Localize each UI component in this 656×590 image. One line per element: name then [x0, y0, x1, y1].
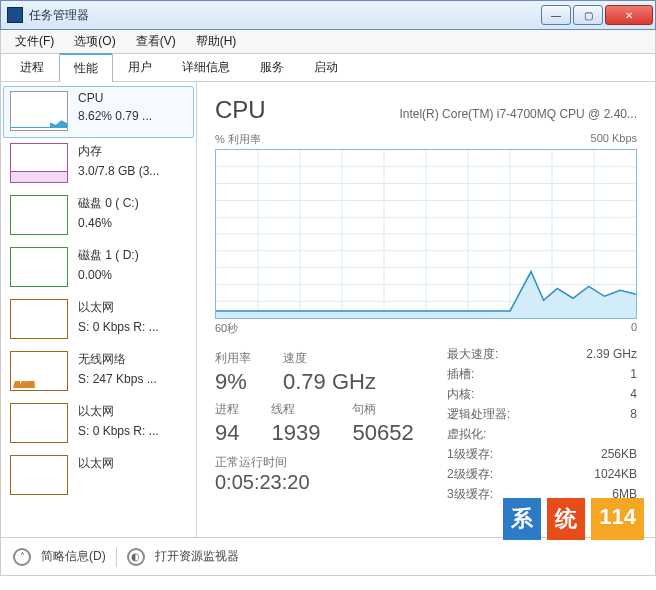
sidebar-eth2-name: 以太网 [78, 403, 159, 420]
sidebar-eth2-val: S: 0 Kbps R: ... [78, 424, 159, 438]
close-button[interactable]: ✕ [605, 5, 653, 25]
proc-value: 94 [215, 420, 239, 446]
sidebar-wifi-val: S: 247 Kbps ... [78, 372, 157, 386]
max-speed-key: 最大速度: [447, 344, 498, 364]
tab-row: 进程 性能 用户 详细信息 服务 启动 [0, 54, 656, 82]
util-label: 利用率 [215, 350, 251, 367]
menu-options[interactable]: 选项(O) [64, 30, 125, 53]
max-speed-val: 2.39 GHz [586, 344, 637, 364]
wifi-thumb-icon [10, 351, 68, 391]
sidebar-item-ethernet-3[interactable]: 以太网 [3, 450, 194, 502]
lproc-key: 逻辑处理器: [447, 404, 510, 424]
sidebar-item-cpu[interactable]: CPU8.62% 0.79 ... [3, 86, 194, 138]
sidebar-diskc-val: 0.46% [78, 216, 139, 230]
network-thumb-icon [10, 299, 68, 339]
detail-pane: CPU Intel(R) Core(TM) i7-4700MQ CPU @ 2.… [197, 82, 655, 537]
fewer-details-link[interactable]: 简略信息(D) [41, 548, 106, 565]
chart-top-right-label: 500 Kbps [591, 132, 637, 147]
speed-value: 0.79 GHz [283, 369, 376, 395]
l2-key: 2级缓存: [447, 464, 493, 484]
thread-label: 线程 [271, 401, 320, 418]
minimize-button[interactable]: — [541, 5, 571, 25]
sidebar-diskc-name: 磁盘 0 ( C:) [78, 195, 139, 212]
util-value: 9% [215, 369, 251, 395]
disk-thumb-icon [10, 247, 68, 287]
maximize-button[interactable]: ▢ [573, 5, 603, 25]
sidebar-eth3-name: 以太网 [78, 455, 114, 472]
sidebar-diskd-name: 磁盘 1 ( D:) [78, 247, 139, 264]
sidebar-item-ethernet-1[interactable]: 以太网S: 0 Kbps R: ... [3, 294, 194, 346]
open-resmon-link[interactable]: 打开资源监视器 [155, 548, 239, 565]
virt-key: 虚拟化: [447, 424, 486, 444]
uptime-value: 0:05:23:20 [215, 471, 429, 494]
separator [116, 547, 117, 567]
watermark-c: 114 [591, 498, 644, 540]
tab-services[interactable]: 服务 [245, 53, 299, 81]
cores-key: 内核: [447, 384, 474, 404]
sidebar-item-memory[interactable]: 内存3.0/7.8 GB (3... [3, 138, 194, 190]
footer: ˄ 简略信息(D) ◐ 打开资源监视器 [0, 538, 656, 576]
app-icon [7, 7, 23, 23]
sidebar-mem-val: 3.0/7.8 GB (3... [78, 164, 159, 178]
handle-value: 50652 [352, 420, 413, 446]
sockets-val: 1 [630, 364, 637, 384]
l2-val: 1024KB [594, 464, 637, 484]
proc-label: 进程 [215, 401, 239, 418]
tab-details[interactable]: 详细信息 [167, 53, 245, 81]
uptime-label: 正常运行时间 [215, 454, 429, 471]
cpu-utilization-chart [215, 149, 637, 319]
menubar: 文件(F) 选项(O) 查看(V) 帮助(H) [0, 30, 656, 54]
sidebar-item-disk-c[interactable]: 磁盘 0 ( C:)0.46% [3, 190, 194, 242]
performance-sidebar: CPU8.62% 0.79 ... 内存3.0/7.8 GB (3... 磁盘 … [1, 82, 197, 537]
memory-thumb-icon [10, 143, 68, 183]
titlebar: 任务管理器 — ▢ ✕ [0, 0, 656, 30]
lproc-val: 8 [630, 404, 637, 424]
tab-users[interactable]: 用户 [113, 53, 167, 81]
cores-val: 4 [630, 384, 637, 404]
chart-top-left-label: % 利用率 [215, 132, 261, 147]
watermark-a: 系 [503, 498, 541, 540]
thread-value: 1939 [271, 420, 320, 446]
network-thumb-icon [10, 455, 68, 495]
detail-subtitle: Intel(R) Core(TM) i7-4700MQ CPU @ 2.40..… [399, 107, 637, 121]
network-thumb-icon [10, 403, 68, 443]
sidebar-mem-name: 内存 [78, 143, 159, 160]
sidebar-cpu-name: CPU [78, 91, 152, 105]
chart-bottom-left-label: 60秒 [215, 321, 238, 336]
tab-processes[interactable]: 进程 [5, 53, 59, 81]
speed-label: 速度 [283, 350, 376, 367]
sockets-key: 插槽: [447, 364, 474, 384]
sidebar-item-wifi[interactable]: 无线网络S: 247 Kbps ... [3, 346, 194, 398]
disk-thumb-icon [10, 195, 68, 235]
sidebar-wifi-name: 无线网络 [78, 351, 157, 368]
sidebar-cpu-val: 8.62% 0.79 ... [78, 109, 152, 123]
detail-title: CPU [215, 96, 266, 124]
sidebar-diskd-val: 0.00% [78, 268, 139, 282]
l3-key: 3级缓存: [447, 484, 493, 504]
sidebar-item-ethernet-2[interactable]: 以太网S: 0 Kbps R: ... [3, 398, 194, 450]
chart-bottom-right-label: 0 [631, 321, 637, 336]
sidebar-item-disk-d[interactable]: 磁盘 1 ( D:)0.00% [3, 242, 194, 294]
resmon-icon[interactable]: ◐ [127, 548, 145, 566]
chevron-up-icon[interactable]: ˄ [13, 548, 31, 566]
menu-view[interactable]: 查看(V) [126, 30, 186, 53]
window-title: 任务管理器 [29, 7, 541, 24]
l1-val: 256KB [601, 444, 637, 464]
watermark-b: 统 [547, 498, 585, 540]
watermark: 系 统 114 [503, 498, 644, 540]
tab-performance[interactable]: 性能 [59, 53, 113, 82]
sidebar-eth1-name: 以太网 [78, 299, 159, 316]
menu-file[interactable]: 文件(F) [5, 30, 64, 53]
sidebar-eth1-val: S: 0 Kbps R: ... [78, 320, 159, 334]
tab-startup[interactable]: 启动 [299, 53, 353, 81]
cpu-thumb-icon [10, 91, 68, 131]
l1-key: 1级缓存: [447, 444, 493, 464]
menu-help[interactable]: 帮助(H) [186, 30, 247, 53]
handle-label: 句柄 [352, 401, 413, 418]
